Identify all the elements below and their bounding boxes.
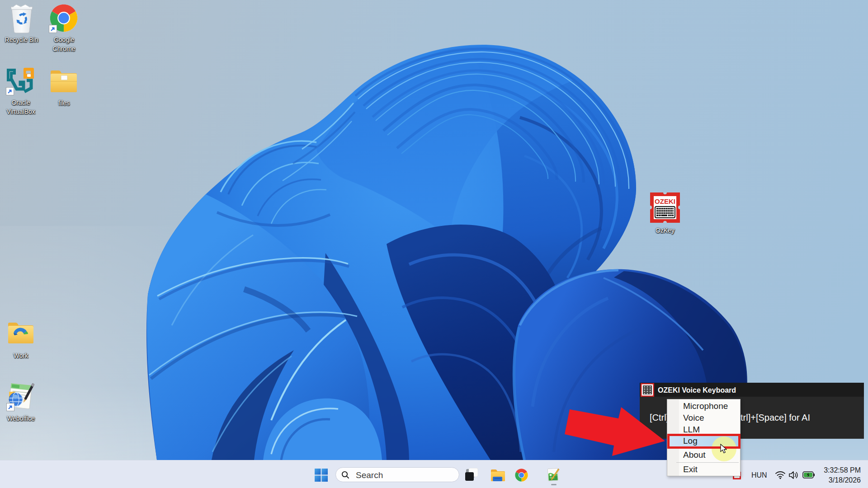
svg-text:OZEKI: OZEKI — [655, 197, 675, 205]
